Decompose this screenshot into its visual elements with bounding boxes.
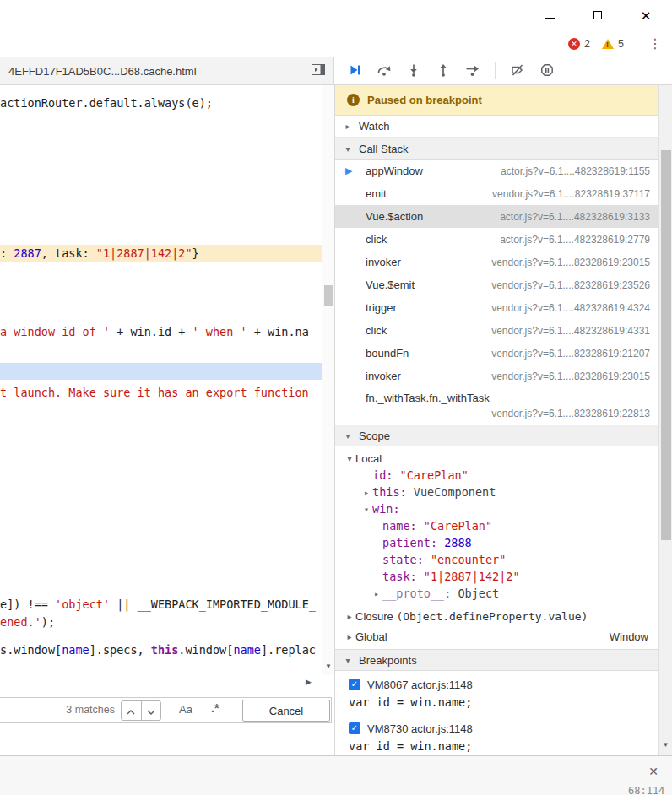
resume-button[interactable] [344, 60, 365, 82]
call-stack-frame[interactable]: invoker vendor.js?v=6.1....82328619:2301… [335, 251, 658, 273]
scroll-down-icon[interactable]: ▼ [659, 741, 672, 749]
kebab-menu-icon[interactable]: ⋮ [648, 35, 662, 51]
tab-filename[interactable]: 4EFFD17F1AD5B0C...D68.cache.html [8, 65, 305, 78]
previous-match-button[interactable] [122, 701, 142, 720]
match-case-button[interactable]: Aa [179, 703, 192, 716]
watch-section-header[interactable]: ▸ Watch [335, 116, 658, 138]
call-stack-frame[interactable]: Vue.$emit vendor.js?v=6.1....82328619:23… [335, 273, 658, 296]
code-segment: a window id of ' [0, 325, 110, 338]
call-stack-frame[interactable]: ▶ appWindow actor.js?v=6.1....482328619:… [335, 160, 658, 182]
minimize-icon [545, 18, 555, 19]
property-name: state: [382, 553, 431, 566]
pause-on-exceptions-icon [540, 63, 554, 79]
code-segment: name [233, 643, 261, 657]
code-segment: name [62, 643, 89, 657]
source-scrollbar[interactable]: ▼ [322, 85, 334, 675]
warning-mark: ! [606, 41, 609, 49]
scope-section-name: Global [355, 630, 387, 643]
cancel-button[interactable]: Cancel [242, 700, 330, 722]
step-over-button[interactable] [374, 60, 394, 82]
error-count[interactable]: 2 [584, 38, 590, 50]
call-stack-frame[interactable]: click actor.js?v=6.1....482328619:2779 [335, 228, 658, 251]
scope-property: state: "encounter" [335, 551, 658, 568]
code-segment: ].replac [261, 643, 316, 657]
step-button[interactable] [463, 60, 483, 82]
breakpoint-label[interactable]: VM8067 actor.js:1148 [367, 679, 473, 691]
scroll-right-icon[interactable]: ▶ [306, 678, 312, 686]
watch-label: Watch [359, 120, 389, 132]
window-close-button[interactable]: ✕ [626, 0, 665, 30]
step-out-button[interactable] [433, 60, 453, 82]
triangle-right-icon: ▸ [344, 122, 352, 131]
call-stack-frame[interactable]: trigger vendor.js?v=6.1....482328619:432… [335, 296, 658, 319]
call-stack-frame[interactable]: click vendor.js?v=6.1....482328619:4331 [335, 319, 658, 342]
check-icon: ✓ [351, 724, 358, 733]
toggle-navigator-button[interactable] [312, 64, 325, 78]
code-segment: this [151, 643, 179, 657]
breakpoint-item[interactable]: ✓ VM8067 actor.js:1148 [335, 676, 658, 693]
frame-name: Vue.$emit [366, 279, 415, 291]
deactivate-breakpoints-button[interactable] [507, 60, 528, 82]
triangle-down-icon: ▾ [344, 144, 352, 154]
call-stack-frame[interactable]: emit vendor.js?v=6.1....82328619:37117 [335, 182, 658, 205]
code-segment: + win.na [247, 325, 309, 338]
call-stack-frame[interactable]: invoker vendor.js?v=6.1....82328619:2301… [335, 365, 658, 387]
maximize-icon [593, 11, 602, 19]
frame-location: vendor.js?v=6.1....482328619:4331 [491, 325, 650, 337]
frame-location: actor.js?v=6.1....482328619:3133 [500, 211, 650, 223]
triangle-right-icon: ▸ [344, 612, 355, 621]
scope-property-proto[interactable]: ▸ __proto__: Object [335, 585, 658, 602]
window-maximize-button[interactable] [578, 0, 617, 30]
breakpoints-section-header[interactable]: ▾ Breakpoints [335, 649, 658, 671]
scope-section-value: Window [610, 630, 648, 643]
frame-name: invoker [366, 256, 401, 268]
code-line: e]) !== 'object' || __WEBPACK_IMPORTED_M… [0, 596, 322, 613]
window-minimize-button[interactable] [530, 0, 569, 30]
code-segment: t launch. Make sure it has an export fun… [0, 386, 309, 399]
scope-property: name: "CarePlan" [335, 517, 658, 534]
breakpoint-checkbox[interactable]: ✓ [349, 722, 360, 734]
bottom-drawer: ✕ 68:114 [0, 755, 672, 795]
scrollbar-thumb[interactable] [661, 150, 671, 540]
check-icon: ✓ [351, 680, 358, 689]
window-titlebar: ✕ [0, 0, 672, 30]
match-nav-group [121, 700, 161, 721]
breakpoint-checkbox[interactable]: ✓ [349, 679, 360, 690]
property-name: __proto__: [382, 587, 458, 600]
call-stack-section-header[interactable]: ▾ Call Stack [335, 138, 658, 160]
error-badge-icon[interactable]: ✕ [568, 38, 580, 50]
scope-local[interactable]: ▾ Local [335, 450, 658, 467]
scroll-down-icon[interactable]: ▼ [322, 662, 334, 670]
breakpoint-item[interactable]: ✓ VM8730 actor.js:1148 [335, 720, 658, 737]
frame-location: vendor.js?v=6.1....82328619:23015 [491, 370, 650, 382]
scope-section-header[interactable]: ▾ Scope [335, 425, 658, 446]
devtools-toolbar-row: ✕ 2 ! 5 ⋮ [0, 30, 672, 57]
scope-list: ▾ Local id: "CarePlan" ▸ this: VueCompon… [335, 450, 658, 646]
triangle-down-icon: ▾ [344, 454, 355, 463]
debugger-sidebar: i Paused on breakpoint ▸ Watch ▾ Call St… [334, 85, 658, 755]
warning-count[interactable]: 5 [618, 38, 624, 50]
call-stack-frame[interactable]: fn._withTask.fn._withTask vendor.js?v=6.… [335, 387, 658, 425]
scope-property-expandable[interactable]: ▾ win: [335, 500, 658, 517]
source-editor[interactable]: actionRouter.default.always(e); : 2887, … [0, 85, 322, 675]
warning-badge-icon[interactable]: ! [602, 38, 614, 49]
frame-name: invoker [366, 370, 401, 382]
regex-button[interactable]: .* [211, 701, 219, 715]
scrollbar-thumb[interactable] [324, 285, 333, 306]
scope-closure[interactable]: ▸ Closure (Object.defineProperty.value) [335, 606, 658, 626]
step-into-button[interactable] [404, 60, 424, 82]
scope-property-expandable[interactable]: ▸ this: VueComponent [335, 484, 658, 500]
search-input[interactable] [5, 701, 61, 720]
drawer-close-button[interactable]: ✕ [643, 761, 664, 781]
breakpoints-label: Breakpoints [359, 654, 417, 667]
call-stack-frame-selected[interactable]: Vue.$action actor.js?v=6.1....482328619:… [335, 205, 658, 228]
next-match-button[interactable] [142, 701, 161, 720]
scope-global[interactable]: ▸ Global Window [335, 626, 658, 646]
pause-on-exceptions-button[interactable] [537, 60, 557, 82]
breakpoint-label[interactable]: VM8730 actor.js:1148 [367, 722, 473, 735]
scope-section-detail: (Object.defineProperty.value) [396, 610, 588, 623]
sidebar-scrollbar[interactable]: ▼ [658, 85, 672, 755]
cursor-position: 68:114 [628, 785, 664, 795]
call-stack-frame[interactable]: boundFn vendor.js?v=6.1....82328619:2120… [335, 342, 658, 365]
code-line: a window id of ' + win.id + ' when ' + w… [0, 323, 322, 340]
